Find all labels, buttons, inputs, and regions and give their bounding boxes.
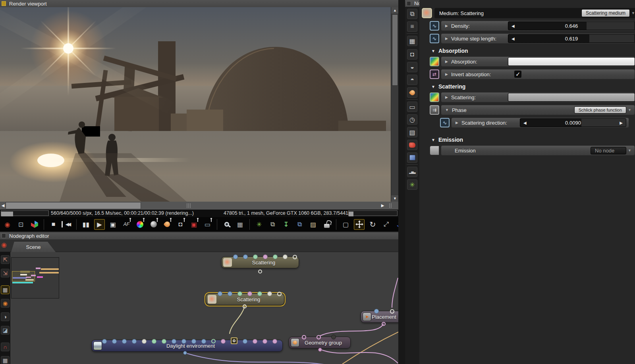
socket-blue[interactable] bbox=[132, 339, 137, 344]
save-image-button[interactable]: ↧ bbox=[281, 219, 291, 230]
expander-icon[interactable]: ▼ bbox=[445, 108, 449, 112]
socket-blue[interactable] bbox=[172, 339, 176, 344]
socket-green[interactable] bbox=[237, 291, 242, 296]
scattering-color-swatch[interactable] bbox=[508, 93, 635, 102]
fullscreen-button[interactable]: ⤢ bbox=[381, 219, 392, 230]
snap-magnet-icon[interactable]: ∩ bbox=[1, 343, 10, 351]
sparkle-icon[interactable]: ✳ bbox=[407, 179, 417, 190]
section-expanded-icon[interactable]: ▼ bbox=[431, 49, 435, 53]
volume-step-slider[interactable]: ◀ 0.619 bbox=[508, 34, 635, 43]
render-region-toggle-button[interactable]: ▣ bbox=[189, 219, 199, 230]
socket-hollow-pink[interactable] bbox=[302, 335, 306, 339]
absorption-color-swatch[interactable] bbox=[508, 57, 635, 66]
display-settings-button[interactable]: ▣ bbox=[108, 219, 118, 230]
socket-blue[interactable] bbox=[112, 339, 117, 344]
play-render-button[interactable]: ▶ bbox=[94, 219, 105, 230]
restart-render-button[interactable]: ◀◀ bbox=[62, 221, 72, 227]
scroll-down-icon[interactable]: ▼ bbox=[391, 195, 399, 202]
section-expanded-icon[interactable]: ▼ bbox=[431, 138, 435, 142]
socket-hollow-pink[interactable] bbox=[317, 335, 321, 339]
socket-blue[interactable] bbox=[228, 291, 232, 296]
chevron-down-icon[interactable]: ▼ bbox=[628, 148, 631, 152]
refresh-view-button[interactable]: ↻ bbox=[367, 219, 378, 230]
blank-node-icon[interactable] bbox=[430, 146, 439, 155]
socket-blue[interactable] bbox=[181, 339, 186, 344]
expander-icon[interactable]: ▶ bbox=[445, 60, 448, 64]
scrollbar-thumb[interactable] bbox=[6, 202, 141, 209]
camera-settings-button[interactable]: ◘ bbox=[175, 219, 186, 230]
expander-icon[interactable]: ▶ bbox=[445, 72, 448, 76]
node-geometry-group[interactable]: Geometry group bbox=[289, 337, 351, 349]
node-scattering-top[interactable]: Scattering bbox=[221, 256, 299, 268]
bounding-box-button[interactable]: ▢ bbox=[340, 219, 351, 230]
socket-gold[interactable] bbox=[231, 337, 237, 344]
socket-blue[interactable] bbox=[122, 339, 127, 344]
autofocus-button[interactable]: AF bbox=[121, 219, 132, 230]
socket-green[interactable] bbox=[162, 339, 166, 344]
socket-hollow-green[interactable] bbox=[211, 339, 216, 343]
emission-node-dropdown[interactable]: No node bbox=[591, 147, 626, 154]
phase-icon[interactable]: ⇉ bbox=[430, 105, 439, 115]
tonemapping-button[interactable] bbox=[148, 219, 159, 230]
denoise-button[interactable]: ✳ bbox=[254, 219, 264, 230]
phase-function-dropdown[interactable]: Schlick phase function bbox=[574, 106, 626, 114]
scattering-direction-slider[interactable]: ◀ 0.0090 ▶ bbox=[520, 118, 626, 127]
invert-absorption-checkbox[interactable]: ✓ bbox=[514, 70, 522, 78]
show-spheres-icon[interactable]: ◑ bbox=[1, 312, 10, 321]
node-placement[interactable]: ➤ Placement bbox=[361, 311, 398, 323]
stop-render-button[interactable]: ■ bbox=[48, 219, 59, 230]
move-tool-button[interactable] bbox=[354, 219, 365, 230]
rgb-preview-button[interactable] bbox=[29, 219, 40, 230]
socket-white[interactable] bbox=[142, 339, 147, 344]
grid-icon[interactable]: ▦ bbox=[1, 356, 10, 364]
socket-hollow[interactable] bbox=[390, 309, 394, 314]
socket-blue[interactable] bbox=[233, 254, 238, 259]
layers-icon[interactable]: ⧉ bbox=[407, 9, 417, 19]
scroll-right-icon[interactable]: ▶ bbox=[380, 202, 386, 210]
socket-pink[interactable] bbox=[221, 339, 226, 344]
scroll-left-icon[interactable]: ◀ bbox=[0, 202, 6, 210]
output-socket[interactable] bbox=[382, 322, 386, 326]
image-node-icon[interactable]: ▦ bbox=[407, 36, 417, 46]
invert-icon[interactable]: ⇄ bbox=[430, 69, 439, 79]
render-channels-button[interactable]: ▨ bbox=[308, 219, 318, 230]
output-socket[interactable] bbox=[258, 270, 262, 273]
fit-view-button[interactable]: ⊡ bbox=[15, 219, 26, 230]
socket-blue[interactable] bbox=[218, 291, 222, 296]
density-value[interactable]: 0.646 bbox=[565, 23, 578, 29]
viewport-horizontal-scrollbar[interactable]: ◀ ▶ bbox=[0, 202, 398, 210]
section-expanded-icon[interactable]: ▼ bbox=[431, 85, 435, 89]
volume-step-value[interactable]: 0.619 bbox=[565, 36, 578, 42]
scattering-section-header[interactable]: ▼ Scattering bbox=[431, 83, 465, 90]
tab-scene[interactable]: Scene bbox=[11, 242, 56, 252]
expander-icon[interactable]: ▶ bbox=[445, 24, 448, 28]
show-textures-icon[interactable]: ◪ bbox=[1, 326, 10, 335]
mesh-node-icon[interactable]: ◓ bbox=[407, 75, 417, 85]
emission-section-header[interactable]: ▼ Emission bbox=[431, 137, 463, 143]
render-image[interactable] bbox=[0, 7, 391, 202]
panel-handle-icon[interactable] bbox=[2, 233, 6, 238]
curve-icon[interactable]: ∿ bbox=[430, 34, 439, 43]
socket-hollow[interactable] bbox=[293, 255, 297, 259]
expander-icon[interactable]: ▶ bbox=[456, 121, 458, 125]
curve-icon[interactable]: ∿ bbox=[430, 21, 439, 31]
medium-node-icon[interactable] bbox=[407, 140, 417, 150]
socket-green[interactable] bbox=[152, 339, 156, 344]
histogram-icon[interactable]: ▂▅▃ bbox=[407, 167, 417, 177]
output-socket[interactable] bbox=[318, 348, 322, 352]
expander-icon[interactable]: ▶ bbox=[445, 37, 448, 40]
socket-hollow[interactable] bbox=[277, 292, 282, 296]
socket-green[interactable] bbox=[273, 254, 278, 259]
frame-node-icon[interactable]: ▭ bbox=[407, 102, 417, 112]
render-region-button[interactable]: ◉ bbox=[2, 219, 13, 230]
camera-node-icon[interactable]: ◘ bbox=[407, 49, 417, 60]
socket-blue[interactable] bbox=[102, 339, 107, 344]
socket-blue[interactable] bbox=[243, 339, 247, 344]
white-balance-button[interactable] bbox=[135, 219, 145, 230]
node-scattering-selected[interactable]: Scattering bbox=[206, 293, 284, 305]
socket-white[interactable] bbox=[283, 254, 288, 259]
scroll-up-icon[interactable]: ▲ bbox=[391, 7, 399, 13]
medium-thumbnail-icon[interactable] bbox=[422, 8, 432, 18]
zoom-tool-button[interactable] bbox=[221, 219, 232, 230]
show-images-icon[interactable]: ▦ bbox=[1, 285, 10, 294]
